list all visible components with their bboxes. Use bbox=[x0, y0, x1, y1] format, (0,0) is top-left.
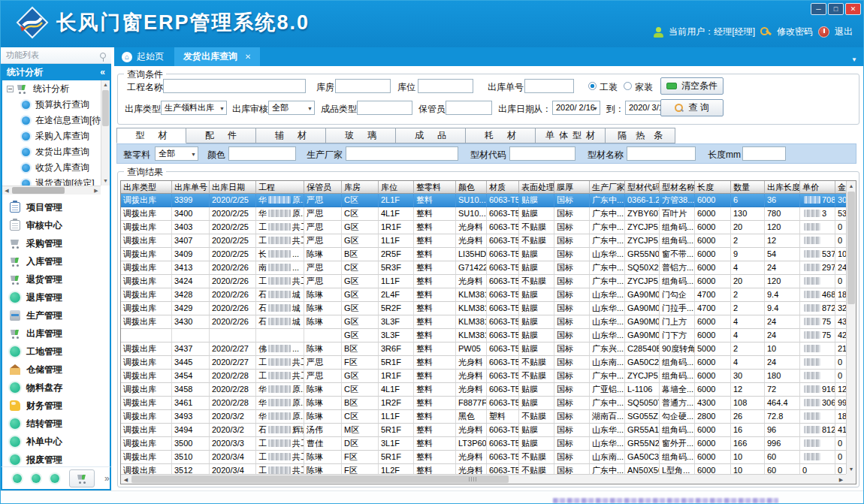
color-input[interactable] bbox=[228, 146, 296, 161]
search-button[interactable]: 查 询 bbox=[660, 99, 724, 116]
profile-name-input[interactable] bbox=[627, 146, 696, 161]
change-password-link[interactable]: 修改密码 bbox=[777, 26, 813, 38]
column-header-保管员[interactable]: 保管员 bbox=[304, 181, 342, 194]
tree-collapse-icon[interactable] bbox=[7, 86, 14, 92]
date-from-picker[interactable]: 2020/ 2/16 bbox=[552, 101, 600, 115]
table-row[interactable]: 调拨出库35002020/3/3工共工程曹佳D区3L1F整料LT3P606063… bbox=[121, 437, 856, 451]
sidebar-section-header[interactable]: 统计分析 « bbox=[1, 64, 111, 80]
tab-home[interactable]: 起始页 bbox=[114, 47, 174, 66]
scroll-left-icon[interactable]: ◀ bbox=[121, 475, 131, 484]
column-header-表面处理[interactable]: 表面处理 bbox=[519, 181, 554, 194]
table-row[interactable]: 调拨出库34942020/3/2石辉城汤伟M区5R1F整料光身料6063-T5贴… bbox=[121, 424, 856, 437]
table-row[interactable]: 调拨出库34092020/2/25长...陈琳B区2R5F整料LI35HD606… bbox=[121, 248, 856, 261]
column-header-膜厚[interactable]: 膜厚 bbox=[554, 181, 590, 194]
material-tab-成品[interactable]: 成 品 bbox=[396, 128, 466, 143]
scroll-down-icon[interactable]: ▼ bbox=[847, 464, 856, 474]
out-type-dropdown[interactable]: 生产领料出库 bbox=[161, 101, 227, 115]
material-tab-单体型材[interactable]: 单 体 型 材 bbox=[536, 128, 606, 143]
table-row[interactable]: 调拨出库34302020/2/26石城陈琳G区3L3F整料KLM38176063… bbox=[121, 315, 856, 329]
scroll-up-icon[interactable]: ▲ bbox=[847, 181, 856, 191]
clear-conditions-button[interactable]: 清空条件 bbox=[660, 77, 724, 95]
sidebar-item-工地管理[interactable]: 工地管理 bbox=[2, 343, 110, 361]
quick-item-icon[interactable] bbox=[13, 474, 22, 483]
column-header-颜色[interactable]: 颜色 bbox=[456, 181, 487, 194]
tree-item[interactable]: 发货出库查询 bbox=[2, 144, 101, 160]
material-tab-隔热条[interactable]: 隔 热 条 bbox=[606, 128, 675, 143]
scrollbar-thumb[interactable] bbox=[12, 187, 65, 194]
minimize-button[interactable] bbox=[811, 3, 826, 15]
sidebar-item-采购管理[interactable]: 采购管理 bbox=[2, 234, 110, 252]
scrollbar-thumb[interactable] bbox=[847, 192, 855, 304]
table-row[interactable]: 调拨出库34132020/2/26南...严思C区5R3F整料G71422606… bbox=[121, 261, 856, 275]
more-chevron-icon[interactable]: » bbox=[104, 475, 110, 482]
table-row[interactable]: 调拨出库34542020/2/28工共工程严思G区1R1F整料光身料6063-T… bbox=[121, 370, 856, 383]
location-input[interactable] bbox=[418, 79, 473, 93]
keeper-input[interactable] bbox=[446, 101, 492, 115]
tree-horizontal-scrollbar[interactable]: ◀ ▶ bbox=[2, 186, 101, 195]
table-row[interactable]: 调拨出库34932020/3/2华原...陈琳C区1L1F整料黑色塑料不贴膜国标… bbox=[121, 410, 856, 424]
scrollbar-thumb[interactable] bbox=[131, 475, 509, 483]
material-tab-耗材[interactable]: 耗 材 bbox=[466, 128, 536, 143]
sidebar-item-生产管理[interactable]: 生产管理 bbox=[2, 306, 110, 324]
manufacturer-input[interactable] bbox=[346, 146, 458, 161]
sidebar-item-入库管理[interactable]: 入库管理 bbox=[2, 252, 110, 270]
sidebar-item-审核中心[interactable]: 审核中心 bbox=[2, 216, 110, 234]
column-header-材质[interactable]: 材质 bbox=[487, 181, 519, 194]
sidebar-item-项目管理[interactable]: 项目管理 bbox=[2, 198, 110, 216]
table-row[interactable]: 调拨出库34452020/2/27工共工程严思F区5R1F整料光身料6063-T… bbox=[121, 356, 856, 370]
table-row[interactable]: 调拨出库34282020/2/26石城陈琳G区2L4F整料KLM38176063… bbox=[121, 288, 856, 302]
tree-item[interactable]: 预算执行查询 bbox=[2, 97, 101, 113]
tree-item[interactable]: 退货查询[待定] bbox=[2, 176, 101, 186]
scroll-down-icon[interactable]: ▼ bbox=[101, 177, 110, 186]
collapse-icon[interactable]: « bbox=[100, 67, 105, 77]
sidebar-item-财务管理[interactable]: 财务管理 bbox=[2, 397, 110, 415]
pin-icon[interactable] bbox=[100, 53, 106, 59]
table-row[interactable]: 调拨出库34372020/2/27佛...陈琳B区3R6F整料PW056063-… bbox=[121, 343, 856, 356]
column-header-型材名称[interactable]: 型材名称 bbox=[660, 181, 695, 194]
whole-piece-dropdown[interactable]: 全部 bbox=[155, 146, 198, 161]
logout-link[interactable]: 退出 bbox=[835, 26, 853, 38]
scroll-left-icon[interactable]: ◀ bbox=[2, 186, 11, 195]
sidebar-item-仓储管理[interactable]: 仓储管理 bbox=[2, 361, 110, 379]
sidebar-item-退库管理[interactable]: 退库管理 bbox=[2, 288, 110, 306]
column-header-生产厂家[interactable]: 生产厂家 bbox=[590, 181, 625, 194]
column-header-出库类型[interactable]: 出库类型 bbox=[121, 181, 172, 194]
column-header-数量[interactable]: 数量 bbox=[731, 181, 765, 194]
table-row[interactable]: G区3L3F整料KLM38176063-T5贴膜国标山东华...GA90M09.… bbox=[121, 329, 856, 343]
tree-item[interactable]: 收货入库查询 bbox=[2, 160, 101, 176]
column-header-出库日期[interactable]: 出库日期 bbox=[210, 181, 256, 194]
product-type-input[interactable] bbox=[357, 101, 412, 115]
column-header-库房[interactable]: 库房 bbox=[342, 181, 379, 194]
scroll-right-icon[interactable]: ▶ bbox=[836, 475, 846, 484]
column-header-库位[interactable]: 库位 bbox=[379, 181, 414, 194]
sidebar-item-补单中心[interactable]: 补单中心 bbox=[2, 433, 110, 451]
grid-vertical-scrollbar[interactable]: ▲ ▼ bbox=[846, 181, 856, 474]
table-row[interactable]: 调拨出库34242020/2/26工共工程严思G区1L1F整料光身料6063-T… bbox=[121, 275, 856, 288]
column-header-出库长度[interactable]: 出库长度 bbox=[765, 181, 800, 194]
audit-dropdown[interactable]: 全部 bbox=[268, 101, 315, 115]
table-row[interactable]: 调拨出库34582020/2/28华原...陈琳C区4L1F整料光身料6063-… bbox=[121, 383, 856, 397]
tab-overflow-icon[interactable]: ▼ bbox=[851, 56, 857, 63]
quick-item-icon[interactable] bbox=[50, 474, 59, 483]
scroll-up-icon[interactable]: ▲ bbox=[101, 80, 110, 89]
radio-jiazhuang[interactable] bbox=[624, 82, 632, 90]
table-row[interactable]: 调拨出库34292020/2/26石城陈琳G区5R2F整料KLM38176063… bbox=[121, 302, 856, 315]
material-tab-配件[interactable]: 配 件 bbox=[186, 128, 256, 143]
scrollbar-grip[interactable] bbox=[469, 477, 476, 481]
table-row[interactable]: 调拨出库34032020/2/25工共工程严思G区1R1F整料光身料6063-T… bbox=[121, 221, 856, 234]
column-header-出库单号[interactable]: 出库单号 bbox=[172, 181, 210, 194]
sidebar-item-物料盘存[interactable]: 物料盘存 bbox=[2, 379, 110, 397]
sidebar-item-退货管理[interactable]: 退货管理 bbox=[2, 270, 110, 288]
tree-vertical-scrollbar[interactable]: ▲ ▼ bbox=[101, 80, 110, 186]
tree-item[interactable]: 在途信息查询[待 bbox=[2, 113, 101, 128]
quick-item-icon[interactable] bbox=[32, 474, 41, 483]
scroll-right-icon[interactable]: ▶ bbox=[92, 186, 101, 195]
table-row[interactable]: 调拨出库35102020/3/4工共工程陈琳F区5R1F整料光身料6063-T5… bbox=[121, 451, 856, 464]
tab-shipment-query[interactable]: 发货出库查询 bbox=[174, 47, 260, 66]
length-input[interactable] bbox=[742, 146, 786, 161]
column-header-单价[interactable]: 单价 bbox=[800, 181, 835, 194]
cart-shortcut-button[interactable] bbox=[69, 469, 95, 487]
table-row[interactable]: 调拨出库33992020/2/25华原...严思C区2L1F整料SU10...6… bbox=[121, 194, 856, 207]
sidebar-item-出库管理[interactable]: 出库管理 bbox=[2, 324, 110, 343]
warehouse-input[interactable] bbox=[335, 79, 391, 93]
